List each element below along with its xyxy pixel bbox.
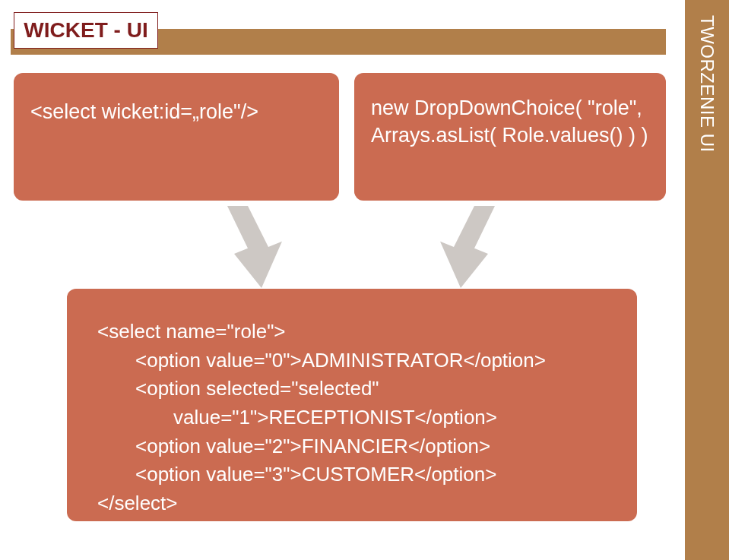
code-line: value="1">RECEPTIONIST</option> [97, 403, 607, 432]
code-line: <select name="role"> [97, 318, 607, 346]
svg-marker-0 [227, 206, 282, 288]
code-line: <option value="0">ADMINISTRATOR</option> [97, 346, 607, 375]
code-line: Arrays.asList( Role.values() ) ) [371, 122, 649, 149]
code-card-java: new DropDownChoice( "role", Arrays.asLis… [354, 73, 666, 201]
arrow-down-right [433, 205, 502, 289]
sidebar-label: TWORZENIE UI [696, 15, 718, 153]
code-card-output: <select name="role"> <option value="0">A… [67, 289, 637, 521]
code-line: new DropDownChoice( "role", [371, 94, 649, 122]
code-line: <option selected="selected" [97, 375, 607, 403]
code-card-html-template: <select wicket:id=„role"/> [14, 73, 339, 201]
code-line: <option value="3">CUSTOMER</option> [97, 460, 607, 489]
right-sidebar: TWORZENIE UI [685, 0, 729, 560]
code-line: <option value="2">FINANCIER</option> [97, 432, 607, 461]
svg-marker-1 [440, 206, 495, 288]
code-line: </select> [97, 489, 607, 518]
code-line: <select wicket:id=„role"/> [30, 100, 322, 124]
slide-title: WICKET - UI [14, 12, 158, 49]
arrow-down-left [220, 205, 289, 289]
